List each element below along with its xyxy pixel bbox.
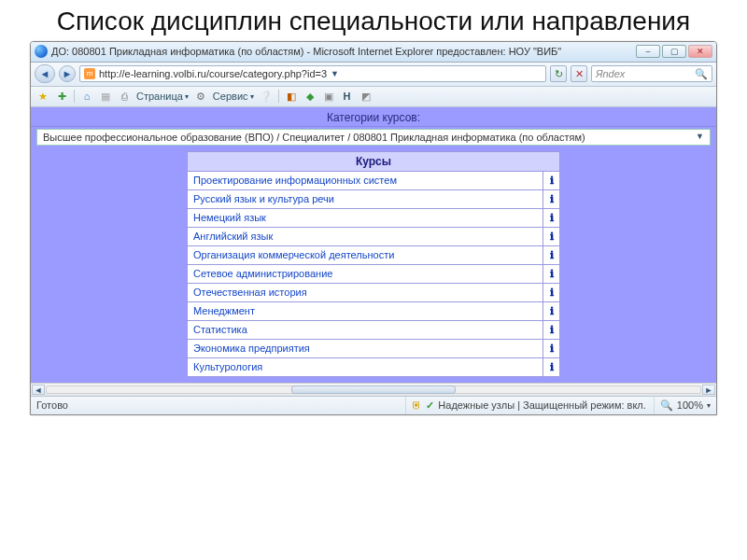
breadcrumb-select[interactable]: Высшее профессиональное образование (ВПО… [36, 129, 711, 146]
info-icon[interactable]: ℹ [543, 245, 560, 264]
course-link[interactable]: Отечественная история [193, 287, 307, 298]
titlebar: ДО: 080801 Прикладная информатика (по об… [31, 42, 716, 63]
feeds-icon[interactable]: ▦ [99, 90, 112, 103]
browser-window: ДО: 080801 Прикладная информатика (по об… [30, 41, 717, 415]
favorites-icon[interactable]: ★ [36, 90, 49, 103]
help-icon[interactable]: ❔ [260, 90, 273, 103]
zoom-value: 100% [677, 399, 703, 411]
info-icon[interactable]: ℹ [543, 283, 560, 301]
table-row: Немецкий языкℹ [188, 208, 560, 227]
url-text: http://e-learning.volbi.ru/course/catego… [99, 68, 327, 79]
table-row: Статистикаℹ [188, 320, 560, 339]
info-icon[interactable]: ℹ [543, 301, 560, 320]
course-link[interactable]: Организация коммерческой деятельности [193, 249, 394, 260]
window-title: ДО: 080801 Прикладная информатика (по об… [51, 46, 636, 57]
separator-icon [278, 90, 279, 103]
horizontal-scrollbar[interactable]: ◄ ► [31, 383, 716, 396]
info-icon[interactable]: ℹ [543, 208, 560, 227]
nav-row: ◄ ► m http://e-learning.volbi.ru/course/… [31, 63, 716, 87]
check-icon: ✓ [426, 399, 434, 412]
course-link[interactable]: Статистика [193, 324, 247, 335]
table-row: Русский язык и культура речиℹ [188, 189, 560, 208]
zoom-control[interactable]: 🔍 100% ▾ [654, 397, 711, 414]
window-buttons: – ▢ ✕ [636, 45, 712, 58]
status-ready: Готово [36, 399, 68, 411]
add-favorite-icon[interactable]: ✚ [55, 90, 68, 103]
ext-icon-1[interactable]: ◧ [285, 90, 298, 103]
course-link[interactable]: Менеджмент [193, 305, 255, 316]
forward-button[interactable]: ► [59, 65, 76, 82]
scroll-right-icon[interactable]: ► [702, 385, 715, 395]
home-icon[interactable]: ⌂ [80, 90, 93, 103]
back-button[interactable]: ◄ [35, 64, 55, 83]
toolbar: ★ ✚ ⌂ ▦ ⎙ Страница▾ ⚙ Сервис▾ ❔ ◧ ◆ ▣ H … [31, 87, 716, 107]
chevron-down-icon: ▾ [250, 92, 254, 101]
table-row: Культурологияℹ [188, 357, 560, 376]
breadcrumb-dropdown-icon[interactable]: ▼ [696, 132, 704, 143]
chevron-down-icon: ▾ [707, 401, 711, 410]
shield-icon: ⛨ [412, 399, 422, 411]
course-link[interactable]: Экономика предприятия [193, 343, 310, 354]
zoom-icon: 🔍 [660, 399, 673, 412]
address-dropdown-icon[interactable]: ▼ [331, 69, 339, 78]
minimize-button[interactable]: – [636, 45, 660, 58]
maximize-button[interactable]: ▢ [662, 45, 686, 58]
ext-icon-3[interactable]: ▣ [322, 90, 335, 103]
scroll-left-icon[interactable]: ◄ [32, 385, 45, 395]
search-icon[interactable]: 🔍 [695, 68, 708, 80]
close-button[interactable]: ✕ [688, 45, 712, 58]
ext-icon-2[interactable]: ◆ [303, 90, 317, 103]
course-link[interactable]: Немецкий язык [193, 212, 266, 223]
favicon-icon [35, 45, 48, 58]
search-placeholder: Яndex [596, 68, 625, 79]
info-icon[interactable]: ℹ [543, 339, 560, 357]
service-menu-label: Сервис [213, 91, 248, 102]
chevron-down-icon: ▾ [185, 92, 189, 101]
table-row: Отечественная историяℹ [188, 283, 560, 301]
info-icon[interactable]: ℹ [543, 227, 560, 245]
info-icon[interactable]: ℹ [543, 171, 560, 189]
page-menu-label: Страница [136, 91, 183, 102]
table-row: Проектирование информационных системℹ [188, 171, 560, 189]
table-row: Английский языкℹ [188, 227, 560, 245]
scroll-thumb[interactable] [291, 385, 456, 394]
status-trusted-text: Надежные узлы | Защищенный режим: вкл. [438, 399, 646, 411]
ext-icon-4[interactable]: H [341, 90, 354, 103]
page-menu[interactable]: Страница▾ [136, 91, 189, 102]
table-row: Менеджментℹ [188, 301, 560, 320]
info-icon[interactable]: ℹ [543, 357, 560, 376]
page-content: Категории курсов: Высшее профессионально… [31, 107, 716, 383]
slide-title: Список дисциплин специальности или напра… [0, 0, 747, 41]
print-icon[interactable]: ⎙ [118, 90, 131, 103]
table-row: Сетевое администрированиеℹ [188, 264, 560, 283]
table-row: Организация коммерческой деятельностиℹ [188, 245, 560, 264]
address-bar[interactable]: m http://e-learning.volbi.ru/course/cate… [79, 65, 546, 82]
course-link[interactable]: Проектирование информационных систем [193, 175, 397, 186]
separator-icon [74, 90, 75, 103]
course-link[interactable]: Сетевое администрирование [193, 268, 332, 279]
course-link[interactable]: Культурология [193, 361, 262, 372]
info-icon[interactable]: ℹ [543, 264, 560, 283]
courses-header: Курсы [188, 151, 560, 171]
stop-button[interactable]: ✕ [571, 65, 587, 82]
status-bar: Готово ⛨ ✓ Надежные узлы | Защищенный ре… [31, 396, 716, 414]
service-menu[interactable]: Сервис▾ [213, 91, 254, 102]
status-security: ⛨ ✓ Надежные узлы | Защищенный режим: вк… [405, 397, 646, 414]
breadcrumb-text: Высшее профессиональное образование (ВПО… [43, 132, 585, 143]
course-link[interactable]: Английский язык [193, 231, 273, 242]
refresh-button[interactable]: ↻ [550, 65, 567, 82]
info-icon[interactable]: ℹ [543, 189, 560, 208]
ext-icon-5[interactable]: ◩ [359, 90, 373, 103]
info-icon[interactable]: ℹ [543, 320, 560, 339]
category-heading: Категории курсов: [31, 107, 716, 127]
table-row: Экономика предприятияℹ [188, 339, 560, 357]
site-icon: m [84, 68, 95, 79]
courses-table: Курсы Проектирование информационных сист… [187, 151, 560, 377]
search-box[interactable]: Яndex 🔍 [591, 65, 712, 82]
tools-gear-icon[interactable]: ⚙ [194, 90, 207, 103]
course-link[interactable]: Русский язык и культура речи [193, 193, 334, 204]
